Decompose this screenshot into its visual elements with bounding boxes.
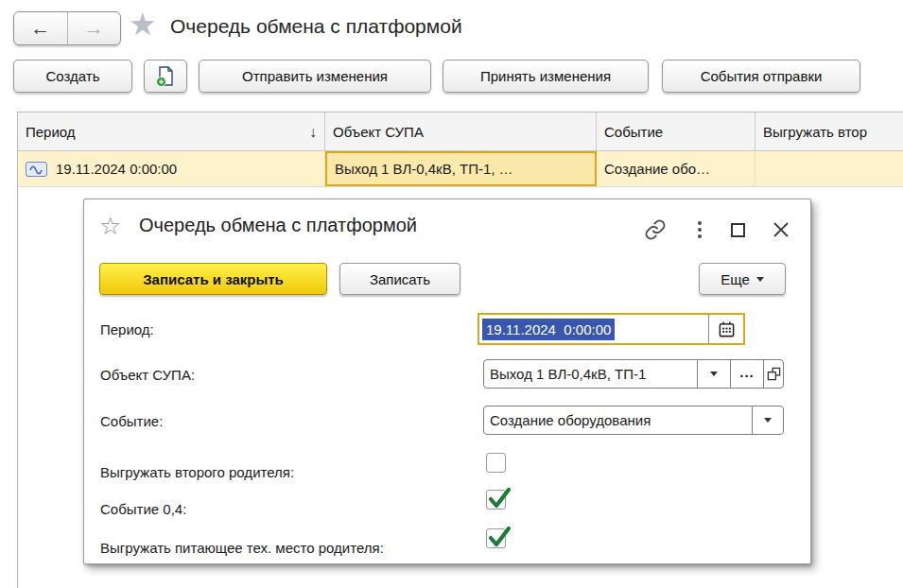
- supa-object-value: Выход 1 ВЛ-0,4кВ, ТП-1: [484, 360, 697, 388]
- period-value-selected: 19.11.2024 0:00:00: [482, 319, 615, 340]
- send-changes-button[interactable]: Отправить изменения: [199, 60, 431, 93]
- chevron-down-icon: [756, 277, 764, 282]
- event-value: Создание оборудования: [484, 406, 752, 434]
- ellipsis-choose-label: ...: [739, 364, 755, 380]
- period-input[interactable]: 19.11.2024 0:00:00: [478, 313, 745, 345]
- dialog-favorite-star-icon[interactable]: ☆: [99, 212, 121, 241]
- create-by-copy-button[interactable]: [144, 60, 187, 93]
- table-header-row: Период ↓ Объект СУПА Событие Выгружать в…: [18, 112, 903, 151]
- favorite-star-icon[interactable]: ★: [129, 8, 157, 42]
- document-plus-icon: [155, 65, 176, 88]
- column-header-event[interactable]: Событие: [597, 112, 755, 151]
- save-label: Записать: [370, 271, 430, 287]
- supa-dropdown-button[interactable]: [697, 360, 730, 388]
- close-icon: [773, 221, 790, 238]
- column-header-label: Объект СУПА: [333, 124, 424, 140]
- column-header-supa-object[interactable]: Объект СУПА: [325, 112, 597, 151]
- column-header-label: Период: [26, 124, 76, 140]
- supa-object-label: Объект СУПА:: [100, 367, 195, 383]
- forward-button[interactable]: →: [68, 12, 121, 44]
- accept-changes-button[interactable]: Принять изменения: [443, 60, 649, 93]
- close-button[interactable]: [769, 217, 793, 242]
- copy-link-button[interactable]: [642, 216, 669, 243]
- save-and-close-button[interactable]: Записать и закрыть: [99, 263, 327, 295]
- more-actions-label: Еще: [721, 271, 750, 287]
- dropdown-icon: [764, 418, 772, 423]
- back-arrow-icon: ←: [30, 17, 50, 40]
- dialog-title: Очередь обмена с платформой: [139, 215, 417, 236]
- sort-descending-icon: ↓: [309, 124, 317, 141]
- open-icon: [767, 367, 781, 381]
- maximize-button[interactable]: [731, 223, 745, 237]
- check-icon: [487, 486, 512, 510]
- send-changes-label: Отправить изменения: [242, 68, 388, 84]
- calendar-button[interactable]: [708, 315, 743, 343]
- event-dropdown-button[interactable]: [752, 406, 783, 434]
- more-menu-button[interactable]: [689, 216, 710, 243]
- cell-period-value: 19.11.2024 0:00:00: [56, 161, 177, 177]
- event-04-label: Событие 0,4:: [100, 501, 186, 517]
- save-and-close-label: Записать и закрыть: [143, 271, 284, 287]
- page-title: Очередь обмена с платформой: [170, 15, 462, 38]
- cell-event-value: Создание обо…: [604, 161, 710, 177]
- send-events-button[interactable]: События отправки: [662, 60, 860, 93]
- column-header-label: Событие: [604, 124, 663, 140]
- unload-second-parent-label: Выгружать второго родителя:: [100, 464, 294, 480]
- supa-open-button[interactable]: [763, 360, 783, 388]
- period-label: Период:: [100, 321, 154, 337]
- unload-feeding-place-checkbox[interactable]: [486, 528, 506, 548]
- check-icon: [487, 525, 512, 549]
- calendar-icon: [718, 320, 736, 338]
- column-header-unload-second[interactable]: Выгружать втор: [755, 112, 903, 151]
- cell-supa-object-active[interactable]: Выход 1 ВЛ-0,4кВ, ТП-1, …: [325, 151, 597, 186]
- nav-history-group: ← →: [13, 11, 121, 45]
- accept-changes-label: Принять изменения: [480, 68, 611, 84]
- more-actions-button[interactable]: Еще: [699, 263, 786, 295]
- unload-feeding-place-label: Выгружать питающее тех. место родителя:: [100, 540, 384, 556]
- column-header-period[interactable]: Период ↓: [18, 112, 325, 151]
- cell-period[interactable]: 19.11.2024 0:00:00: [18, 151, 325, 186]
- save-button[interactable]: Записать: [339, 263, 460, 295]
- column-header-label: Выгружать втор: [763, 124, 867, 140]
- kebab-menu-icon: [698, 221, 702, 225]
- unload-second-parent-checkbox[interactable]: [486, 453, 506, 473]
- create-button-label: Создать: [45, 68, 99, 84]
- send-events-label: События отправки: [701, 68, 823, 84]
- back-button[interactable]: ←: [14, 12, 68, 44]
- cell-supa-object-value: Выход 1 ВЛ-0,4кВ, ТП-1, …: [335, 161, 513, 177]
- exchange-queue-dialog: ☆ Очередь обмена с платформой Записать и…: [83, 199, 811, 564]
- cell-event[interactable]: Создание обо…: [597, 151, 755, 186]
- event-input[interactable]: Создание оборудования: [483, 406, 784, 435]
- supa-choose-button[interactable]: ...: [730, 360, 763, 388]
- create-button[interactable]: Создать: [13, 60, 132, 93]
- table-row[interactable]: 19.11.2024 0:00:00 Выход 1 ВЛ-0,4кВ, ТП-…: [18, 151, 903, 187]
- link-icon: [644, 218, 667, 241]
- forward-arrow-icon: →: [84, 17, 104, 40]
- event-04-checkbox[interactable]: [486, 490, 506, 510]
- event-label: Событие:: [100, 413, 163, 429]
- register-record-icon: [26, 162, 47, 177]
- supa-object-input[interactable]: Выход 1 ВЛ-0,4кВ, ТП-1 ...: [483, 359, 784, 389]
- dropdown-icon: [710, 372, 718, 376]
